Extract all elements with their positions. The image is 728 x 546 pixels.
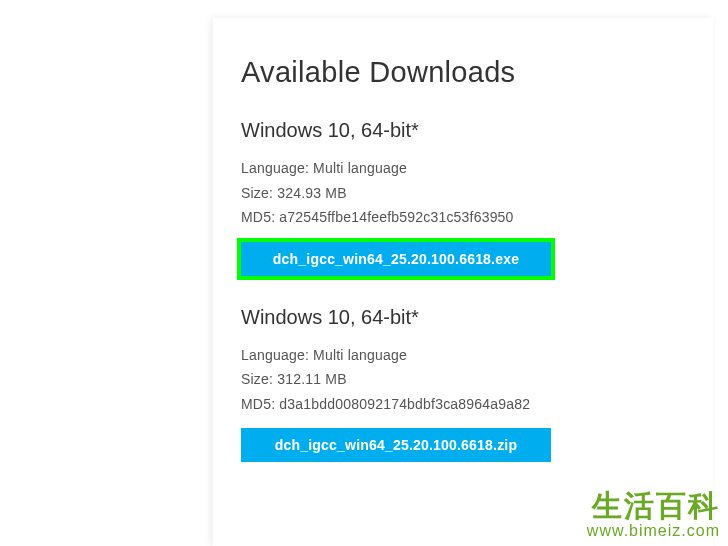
download-button-exe[interactable]: dch_igcc_win64_25.20.100.6618.exe bbox=[241, 242, 551, 276]
section-title: Available Downloads bbox=[241, 56, 685, 89]
os-title: Windows 10, 64-bit* bbox=[241, 306, 685, 329]
md5-line: MD5: d3a1bdd008092174bdbf3ca8964a9a82 bbox=[241, 392, 685, 417]
download-block-zip: Windows 10, 64-bit* Language: Multi lang… bbox=[241, 306, 685, 463]
language-line: Language: Multi language bbox=[241, 156, 685, 181]
size-line: Size: 312.11 MB bbox=[241, 367, 685, 392]
language-line: Language: Multi language bbox=[241, 343, 685, 368]
md5-line: MD5: a72545ffbe14feefb592c31c53f63950 bbox=[241, 205, 685, 230]
os-title: Windows 10, 64-bit* bbox=[241, 119, 685, 142]
download-block-exe: Windows 10, 64-bit* Language: Multi lang… bbox=[241, 119, 685, 276]
size-line: Size: 324.93 MB bbox=[241, 181, 685, 206]
panel-inner: Available Downloads Windows 10, 64-bit* … bbox=[213, 18, 713, 512]
download-button-zip[interactable]: dch_igcc_win64_25.20.100.6618.zip bbox=[241, 428, 551, 462]
downloads-panel: Available Downloads Windows 10, 64-bit* … bbox=[213, 18, 713, 546]
